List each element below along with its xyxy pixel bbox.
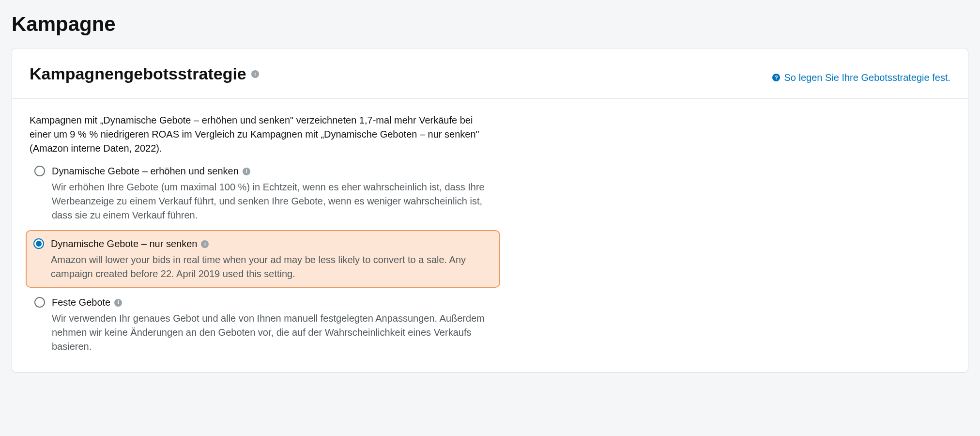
page-title: Kampagne xyxy=(12,10,968,39)
page: Kampagne Kampagnengebotsstrategie i ? So… xyxy=(0,0,980,392)
option-label-text: Dynamische Gebote – nur senken xyxy=(51,237,197,251)
option-description: Wir erhöhen Ihre Gebote (um maximal 100 … xyxy=(52,180,488,222)
option-description: Amazon will lower your bids in real time… xyxy=(51,253,487,281)
help-icon: ? xyxy=(772,74,780,81)
help-link[interactable]: ? So legen Sie Ihre Gebotsstrategie fest… xyxy=(772,71,950,85)
option-label-text: Dynamische Gebote – erhöhen und senken xyxy=(52,164,239,178)
help-link-text: So legen Sie Ihre Gebotsstrategie fest. xyxy=(784,71,950,85)
info-icon[interactable]: i xyxy=(243,168,250,175)
info-icon[interactable]: i xyxy=(114,299,122,307)
card-body: Kampagnen mit „Dynamische Gebote – erhöh… xyxy=(12,99,968,372)
option-dynamic-up-down[interactable]: Dynamische Gebote – erhöhen und senken i… xyxy=(30,160,950,226)
radio-dynamic-up-down[interactable] xyxy=(34,166,45,176)
radio-dynamic-down-only[interactable] xyxy=(33,238,44,249)
info-icon[interactable]: i xyxy=(251,70,259,78)
option-label[interactable]: Feste Gebote i xyxy=(52,296,122,310)
option-label[interactable]: Dynamische Gebote – erhöhen und senken i xyxy=(52,164,250,178)
section-title: Kampagnengebotsstrategie i xyxy=(30,62,259,86)
option-dynamic-down-only[interactable]: Dynamische Gebote – nur senken i Amazon … xyxy=(26,230,500,288)
option-content: Dynamische Gebote – nur senken i Amazon … xyxy=(51,237,487,281)
option-fixed-bids[interactable]: Feste Gebote i Wir verwenden Ihr genaues… xyxy=(30,292,950,358)
intro-text: Kampagnen mit „Dynamische Gebote – erhöh… xyxy=(30,113,494,156)
option-label[interactable]: Dynamische Gebote – nur senken i xyxy=(51,237,209,251)
bidding-strategy-card: Kampagnengebotsstrategie i ? So legen Si… xyxy=(12,48,968,373)
card-header: Kampagnengebotsstrategie i ? So legen Si… xyxy=(12,48,968,99)
section-title-text: Kampagnengebotsstrategie xyxy=(30,62,246,86)
option-content: Feste Gebote i Wir verwenden Ihr genaues… xyxy=(52,296,488,354)
option-description: Wir verwenden Ihr genaues Gebot und alle… xyxy=(52,311,488,354)
option-label-text: Feste Gebote xyxy=(52,296,110,310)
info-icon[interactable]: i xyxy=(201,240,209,248)
radio-fixed-bids[interactable] xyxy=(34,297,45,308)
bid-options: Dynamische Gebote – erhöhen und senken i… xyxy=(30,160,950,358)
option-content: Dynamische Gebote – erhöhen und senken i… xyxy=(52,164,488,222)
